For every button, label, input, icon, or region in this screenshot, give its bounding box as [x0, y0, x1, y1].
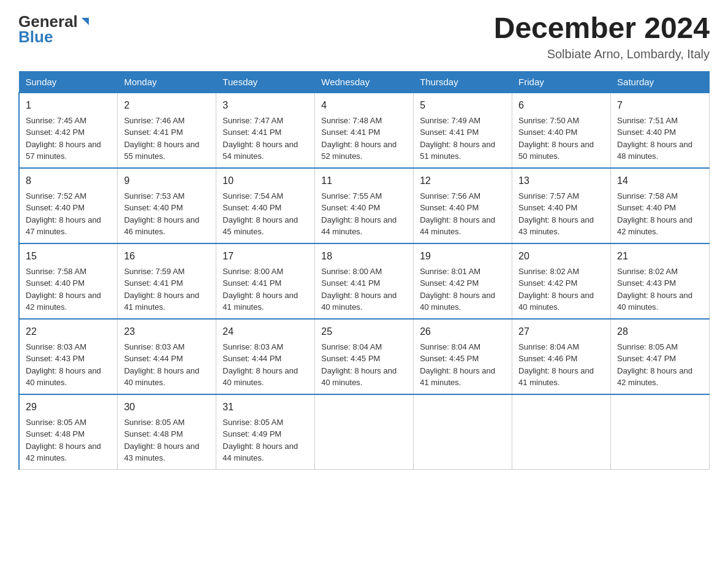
page-header: General Blue December 2024 Solbiate Arno… [18, 12, 710, 61]
calendar-cell: 1 Sunrise: 7:45 AMSunset: 4:42 PMDayligh… [19, 93, 118, 168]
day-info: Sunrise: 8:05 AMSunset: 4:49 PMDaylight:… [222, 418, 298, 463]
col-sunday: Sunday [19, 71, 118, 93]
day-number: 18 [321, 249, 407, 264]
calendar-cell: 31 Sunrise: 8:05 AMSunset: 4:49 PMDaylig… [216, 394, 315, 470]
calendar-cell: 25 Sunrise: 8:04 AMSunset: 4:45 PMDaylig… [315, 319, 414, 394]
day-info: Sunrise: 7:57 AMSunset: 4:40 PMDaylight:… [518, 191, 594, 237]
day-number: 24 [222, 324, 308, 339]
day-number: 12 [420, 174, 506, 188]
day-info: Sunrise: 7:51 AMSunset: 4:40 PMDaylight:… [617, 116, 692, 161]
day-info: Sunrise: 8:04 AMSunset: 4:45 PMDaylight:… [321, 342, 396, 388]
day-number: 2 [124, 98, 210, 113]
day-number: 31 [222, 400, 308, 415]
day-info: Sunrise: 8:04 AMSunset: 4:46 PMDaylight:… [518, 342, 594, 388]
day-info: Sunrise: 7:49 AMSunset: 4:41 PMDaylight:… [420, 116, 495, 161]
title-block: December 2024 Solbiate Arno, Lombardy, I… [494, 12, 710, 61]
day-info: Sunrise: 8:01 AMSunset: 4:42 PMDaylight:… [420, 267, 495, 312]
day-number: 17 [222, 249, 308, 264]
calendar-cell [611, 394, 710, 470]
calendar-cell: 17 Sunrise: 8:00 AMSunset: 4:41 PMDaylig… [216, 243, 315, 319]
calendar-cell: 27 Sunrise: 8:04 AMSunset: 4:46 PMDaylig… [512, 319, 611, 394]
day-number: 29 [26, 400, 111, 415]
svg-marker-0 [82, 18, 89, 25]
col-thursday: Thursday [414, 71, 512, 93]
day-number: 19 [420, 249, 506, 264]
col-friday: Friday [512, 71, 611, 93]
day-number: 1 [26, 98, 111, 113]
calendar-cell: 26 Sunrise: 8:04 AMSunset: 4:45 PMDaylig… [414, 319, 512, 394]
calendar-cell: 15 Sunrise: 7:58 AMSunset: 4:40 PMDaylig… [19, 243, 118, 319]
calendar-cell: 16 Sunrise: 7:59 AMSunset: 4:41 PMDaylig… [118, 243, 216, 319]
calendar-cell [315, 394, 414, 470]
day-info: Sunrise: 7:52 AMSunset: 4:40 PMDaylight:… [26, 191, 101, 237]
logo: General Blue [18, 12, 91, 47]
day-number: 15 [26, 249, 111, 264]
calendar-cell: 2 Sunrise: 7:46 AMSunset: 4:41 PMDayligh… [118, 93, 216, 168]
day-number: 8 [26, 174, 111, 188]
calendar-cell: 14 Sunrise: 7:58 AMSunset: 4:40 PMDaylig… [611, 168, 710, 243]
calendar-cell: 8 Sunrise: 7:52 AMSunset: 4:40 PMDayligh… [19, 168, 118, 243]
day-number: 5 [420, 98, 506, 113]
calendar-week-row: 1 Sunrise: 7:45 AMSunset: 4:42 PMDayligh… [19, 93, 710, 168]
day-number: 26 [420, 324, 506, 339]
calendar-cell: 4 Sunrise: 7:48 AMSunset: 4:41 PMDayligh… [315, 93, 414, 168]
day-info: Sunrise: 8:05 AMSunset: 4:48 PMDaylight:… [26, 418, 101, 463]
day-info: Sunrise: 7:48 AMSunset: 4:41 PMDaylight:… [321, 116, 396, 161]
day-info: Sunrise: 8:00 AMSunset: 4:41 PMDaylight:… [321, 267, 396, 312]
day-number: 16 [124, 249, 210, 264]
calendar-cell: 22 Sunrise: 8:03 AMSunset: 4:43 PMDaylig… [19, 319, 118, 394]
day-info: Sunrise: 8:03 AMSunset: 4:44 PMDaylight:… [124, 342, 199, 388]
calendar-cell: 9 Sunrise: 7:53 AMSunset: 4:40 PMDayligh… [118, 168, 216, 243]
calendar-cell [414, 394, 512, 470]
day-number: 7 [617, 98, 703, 113]
col-tuesday: Tuesday [216, 71, 315, 93]
calendar-week-row: 15 Sunrise: 7:58 AMSunset: 4:40 PMDaylig… [19, 243, 710, 319]
calendar-cell: 5 Sunrise: 7:49 AMSunset: 4:41 PMDayligh… [414, 93, 512, 168]
day-number: 3 [222, 98, 308, 113]
col-saturday: Saturday [611, 71, 710, 93]
day-info: Sunrise: 8:03 AMSunset: 4:43 PMDaylight:… [26, 342, 101, 388]
day-number: 27 [518, 324, 604, 339]
day-info: Sunrise: 8:04 AMSunset: 4:45 PMDaylight:… [420, 342, 495, 388]
day-number: 11 [321, 174, 407, 188]
day-info: Sunrise: 7:46 AMSunset: 4:41 PMDaylight:… [124, 116, 199, 161]
calendar-cell: 20 Sunrise: 8:02 AMSunset: 4:42 PMDaylig… [512, 243, 611, 319]
calendar-cell: 6 Sunrise: 7:50 AMSunset: 4:40 PMDayligh… [512, 93, 611, 168]
day-number: 20 [518, 249, 604, 264]
day-info: Sunrise: 8:02 AMSunset: 4:42 PMDaylight:… [518, 267, 594, 312]
day-number: 14 [617, 174, 703, 188]
day-info: Sunrise: 7:58 AMSunset: 4:40 PMDaylight:… [617, 191, 692, 237]
calendar-subtitle: Solbiate Arno, Lombardy, Italy [494, 47, 710, 61]
calendar-header-row: Sunday Monday Tuesday Wednesday Thursday… [19, 71, 710, 93]
calendar-cell: 10 Sunrise: 7:54 AMSunset: 4:40 PMDaylig… [216, 168, 315, 243]
day-info: Sunrise: 7:45 AMSunset: 4:42 PMDaylight:… [26, 116, 101, 161]
day-info: Sunrise: 7:47 AMSunset: 4:41 PMDaylight:… [222, 116, 298, 161]
day-info: Sunrise: 7:56 AMSunset: 4:40 PMDaylight:… [420, 191, 495, 237]
day-info: Sunrise: 7:53 AMSunset: 4:40 PMDaylight:… [124, 191, 199, 237]
day-info: Sunrise: 8:05 AMSunset: 4:47 PMDaylight:… [617, 342, 692, 388]
day-number: 9 [124, 174, 210, 188]
col-monday: Monday [118, 71, 216, 93]
calendar-title: December 2024 [494, 12, 710, 45]
calendar-cell: 12 Sunrise: 7:56 AMSunset: 4:40 PMDaylig… [414, 168, 512, 243]
day-info: Sunrise: 7:54 AMSunset: 4:40 PMDaylight:… [222, 191, 298, 237]
day-number: 28 [617, 324, 703, 339]
day-number: 13 [518, 174, 604, 188]
calendar-week-row: 22 Sunrise: 8:03 AMSunset: 4:43 PMDaylig… [19, 319, 710, 394]
calendar-cell: 21 Sunrise: 8:02 AMSunset: 4:43 PMDaylig… [611, 243, 710, 319]
day-info: Sunrise: 8:02 AMSunset: 4:43 PMDaylight:… [617, 267, 692, 312]
day-number: 21 [617, 249, 703, 264]
day-number: 25 [321, 324, 407, 339]
calendar-cell: 11 Sunrise: 7:55 AMSunset: 4:40 PMDaylig… [315, 168, 414, 243]
calendar-cell: 19 Sunrise: 8:01 AMSunset: 4:42 PMDaylig… [414, 243, 512, 319]
calendar-cell: 29 Sunrise: 8:05 AMSunset: 4:48 PMDaylig… [19, 394, 118, 470]
day-info: Sunrise: 8:05 AMSunset: 4:48 PMDaylight:… [124, 418, 199, 463]
day-info: Sunrise: 7:55 AMSunset: 4:40 PMDaylight:… [321, 191, 396, 237]
calendar-cell: 18 Sunrise: 8:00 AMSunset: 4:41 PMDaylig… [315, 243, 414, 319]
day-number: 10 [222, 174, 308, 188]
day-info: Sunrise: 7:59 AMSunset: 4:41 PMDaylight:… [124, 267, 199, 312]
day-number: 30 [124, 400, 210, 415]
calendar-cell: 3 Sunrise: 7:47 AMSunset: 4:41 PMDayligh… [216, 93, 315, 168]
day-info: Sunrise: 7:58 AMSunset: 4:40 PMDaylight:… [26, 267, 101, 312]
day-number: 4 [321, 98, 407, 113]
